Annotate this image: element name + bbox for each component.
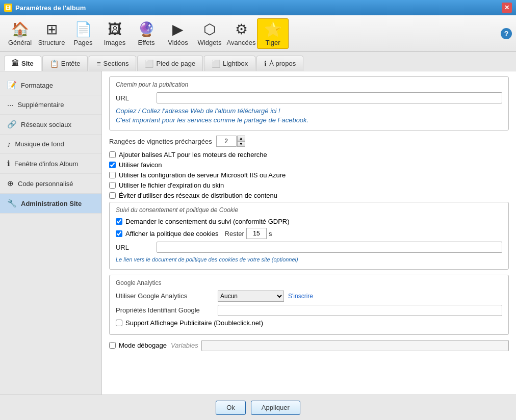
toolbar-btn-effets[interactable]: 🔮 Effets — [131, 18, 162, 49]
help-button[interactable]: ? — [501, 28, 512, 39]
publication-title: Chemin pour la publication — [116, 81, 502, 88]
checkbox-favicon: Utiliser favicon — [109, 161, 509, 169]
toolbar-btn-general[interactable]: 🏠 Général — [4, 18, 36, 49]
toolbar-btn-avancees[interactable]: ⚙ Avancées — [225, 18, 257, 49]
tab-pied-de-page[interactable]: ⬜ Pied de page — [137, 56, 203, 71]
checkbox-cdn-label[interactable]: Éviter d'utiliser des réseaux de distrib… — [119, 192, 277, 199]
hint-line2: C'est important pour les services comme … — [116, 116, 308, 124]
spin-up-button[interactable]: ▲ — [237, 136, 245, 141]
checkbox-skin-label[interactable]: Utiliser le fichier d'expiration du skin — [119, 181, 224, 189]
tabs-row: 🏛 Site 📋 Entête ≡ Sections ⬜ Pied de pag… — [0, 52, 516, 71]
toolbar-btn-pages[interactable]: 📄 Pages — [67, 18, 99, 49]
tab-site-icon: 🏛 — [12, 59, 19, 67]
debug-label-wrap[interactable]: Mode débogage — [109, 342, 167, 349]
sidebar-item-code[interactable]: ⊕ Code personnalisé — [0, 174, 101, 194]
checkbox-gdpr-input[interactable] — [116, 218, 122, 225]
checkbox-policy-input[interactable] — [116, 230, 122, 237]
tab-apropos[interactable]: ℹ À propos — [256, 56, 303, 71]
cookie-url-row: URL — [116, 242, 502, 253]
checkbox-alt-input[interactable] — [109, 151, 116, 158]
sidebar-label-fenetre: Fenêtre d'infos Album — [14, 160, 78, 168]
checkbox-gdpr-label[interactable]: Demander le consentement du suivi (confo… — [125, 218, 290, 225]
checkbox-favicon-input[interactable] — [109, 162, 116, 168]
checkbox-alt: Ajouter balises ALT pour les moteurs de … — [109, 151, 509, 159]
toolbar-btn-videos[interactable]: ▶ Vidéos — [162, 18, 194, 49]
close-button[interactable]: ✕ — [502, 3, 512, 13]
checkbox-alt-label[interactable]: Ajouter balises ALT pour les moteurs de … — [119, 151, 267, 159]
sidebar-label-formatage: Formatage — [21, 82, 53, 89]
spin-buttons: ▲ ▼ — [237, 136, 245, 147]
rangees-row: Rangées de vignettes préchargées ▲ ▼ — [109, 136, 509, 147]
tab-lightbox[interactable]: ⬜ Lightbox — [204, 56, 255, 71]
sidebar-label-musique: Musique de fond — [15, 140, 64, 148]
rester-input[interactable] — [246, 228, 267, 239]
checkbox-doubleclick-label[interactable]: Support Affichage Publicitaire (Doublecl… — [125, 319, 263, 327]
toolbar-btn-images[interactable]: 🖼 Images — [99, 18, 131, 49]
titlebar-title: Paramètres de l'album — [15, 4, 86, 12]
tab-pied-icon: ⬜ — [145, 60, 153, 68]
checkbox-debug-input[interactable] — [109, 342, 116, 349]
tab-apropos-icon: ℹ — [264, 60, 267, 68]
hint-line1: Copiez / Collez l'adresse Web de l'album… — [116, 107, 280, 115]
checkbox-iis-label[interactable]: Utiliser la configuration de serveur Mic… — [119, 171, 286, 179]
checkbox-cdn-input[interactable] — [109, 192, 116, 199]
google-id-input[interactable] — [218, 305, 502, 316]
apply-button[interactable]: Appliquer — [251, 401, 300, 415]
cookie-url-hint: Le lien vers le document de politique de… — [116, 256, 502, 264]
reseaux-icon: 🔗 — [7, 120, 17, 129]
ok-button[interactable]: Ok — [216, 401, 246, 415]
google-id-row: Propriétés Identifiant Google — [116, 305, 502, 316]
checkbox-skin-input[interactable] — [109, 182, 116, 189]
formatage-icon: 📝 — [7, 81, 17, 90]
titlebar-icon: 🎞 — [4, 4, 12, 12]
toolbar-label-images: Images — [104, 39, 126, 46]
gdpr-row: Demander le consentement du suivi (confo… — [116, 218, 502, 225]
cookie-url-input[interactable] — [157, 242, 502, 253]
admin-icon: 🔧 — [7, 199, 17, 208]
policy-row: Afficher la politique dee cookies Rester… — [116, 228, 502, 239]
toolbar-btn-structure[interactable]: ⊞ Structure — [36, 18, 67, 49]
checkbox-iis-input[interactable] — [109, 172, 116, 178]
sidebar-item-reseaux[interactable]: 🔗 Réseaux sociaux — [0, 115, 101, 135]
tab-sections-icon: ≡ — [96, 60, 100, 68]
checkbox-doubleclick-input[interactable] — [116, 320, 122, 326]
toolbar-label-general: Général — [8, 39, 32, 46]
tab-lightbox-label: Lightbox — [223, 60, 248, 67]
sidebar-item-musique[interactable]: ♪ Musique de fond — [0, 135, 101, 154]
sidebar-item-formatage[interactable]: 📝 Formatage — [0, 75, 101, 95]
google-title: Google Analytics — [116, 279, 502, 286]
tab-lightbox-icon: ⬜ — [212, 60, 220, 68]
toolbar-btn-tiger[interactable]: ⭐ Tiger — [257, 18, 289, 49]
rangees-input[interactable] — [216, 136, 237, 147]
images-icon: 🖼 — [108, 21, 122, 38]
rangees-spinbox: ▲ ▼ — [216, 136, 245, 147]
toolbar: 🏠 Général ⊞ Structure 📄 Pages 🖼 Images 🔮… — [0, 15, 516, 52]
sidebar-item-fenetre[interactable]: ℹ Fenêtre d'infos Album — [0, 154, 101, 174]
tab-entete-label: Entête — [61, 60, 81, 67]
toolbar-btn-widgets[interactable]: ⬡ Widgets — [194, 18, 225, 49]
debug-vars-input[interactable] — [201, 340, 509, 351]
fenetre-icon: ℹ — [7, 159, 10, 168]
tab-entete[interactable]: 📋 Entête — [42, 56, 88, 71]
effets-icon: 🔮 — [138, 21, 156, 38]
musique-icon: ♪ — [7, 140, 11, 148]
sidebar-item-admin[interactable]: 🔧 Administration Site — [0, 194, 101, 214]
google-use-label: Utiliser Google Analytics — [116, 292, 218, 300]
google-register-link[interactable]: S'inscrire — [288, 293, 313, 300]
policy-label-wrap[interactable]: Afficher la politique dee cookies — [116, 230, 219, 238]
toolbar-label-tiger: Tiger — [265, 39, 280, 46]
spin-down-button[interactable]: ▼ — [237, 141, 245, 147]
tab-site[interactable]: 🏛 Site — [4, 56, 41, 71]
sidebar-item-supplementaire[interactable]: ··· Supplémentaire — [0, 95, 101, 115]
debug-vars-label: Variables — [171, 342, 198, 349]
toolbar-label-avancees: Avancées — [227, 39, 256, 46]
url-input[interactable] — [157, 92, 502, 103]
videos-icon: ▶ — [172, 21, 184, 38]
tab-entete-icon: 📋 — [50, 60, 59, 68]
google-use-select[interactable]: Aucun — [218, 291, 284, 302]
checkbox-favicon-label[interactable]: Utiliser favicon — [119, 161, 162, 169]
debug-label: Mode débogage — [119, 342, 167, 349]
tab-sections[interactable]: ≡ Sections — [89, 56, 136, 71]
cookie-fieldgroup: Suivi du consentement et politique de Co… — [109, 202, 509, 269]
tab-site-label: Site — [21, 60, 34, 67]
